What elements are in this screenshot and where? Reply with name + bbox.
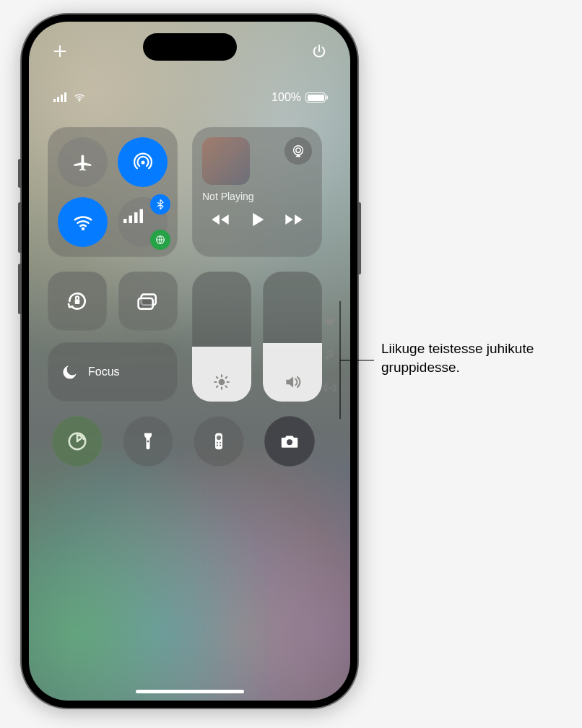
callout-text: Liikuge teistesse juhikute gruppidesse.	[381, 339, 582, 376]
